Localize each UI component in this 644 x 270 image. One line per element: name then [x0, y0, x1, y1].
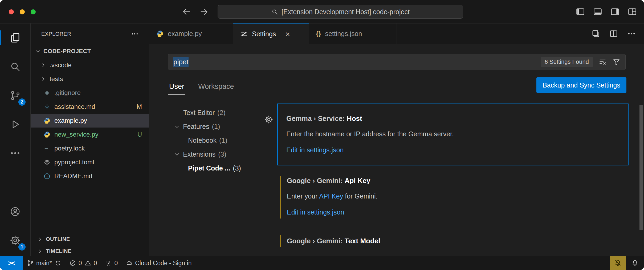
search-activity-icon[interactable]	[0, 52, 30, 81]
toc-item-notebook[interactable]: Notebook (1)	[149, 133, 277, 147]
explorer-more-actions-icon[interactable]	[131, 30, 139, 38]
edit-in-settings-json-link[interactable]: Edit in settings.json	[286, 146, 620, 154]
settings-search-input[interactable]: pipet 6 Settings Found	[168, 54, 626, 70]
scm-badge: 2	[18, 98, 26, 106]
tree-item-gitignore[interactable]: .gitignore	[31, 86, 149, 100]
history-navigation	[182, 0, 209, 23]
close-tab-icon[interactable]: ×	[285, 30, 290, 38]
timeline-label: TIMELINE	[46, 248, 72, 254]
scope-tab-workspace[interactable]: Workspace	[197, 82, 235, 95]
tree-item-poetry-lock[interactable]: poetry.lock	[31, 141, 149, 155]
search-icon	[10, 61, 21, 72]
problems-status-item[interactable]: 0 0	[65, 256, 101, 270]
edit-in-settings-json-link[interactable]: Edit in settings.json	[287, 208, 620, 216]
cloud-code-status-item[interactable]: Cloud Code - Sign in	[122, 256, 195, 270]
scope-tab-user[interactable]: User	[168, 82, 185, 95]
cloud-code-label: Cloud Code - Sign in	[135, 260, 191, 267]
tab-example-py[interactable]: example.py	[149, 23, 233, 44]
sync-icon	[54, 260, 61, 267]
ports-status-item[interactable]: 0	[101, 256, 122, 270]
zoom-window-button[interactable]	[31, 9, 36, 14]
window-title: [Extension Development Host] code-projec…	[282, 8, 410, 16]
file-label: poetry.lock	[54, 145, 85, 152]
close-window-button[interactable]	[9, 9, 14, 14]
setting-description: Enter your API Key for Gemini.	[287, 192, 620, 200]
remote-indicator[interactable]: ><	[0, 256, 23, 270]
person-icon	[10, 206, 21, 217]
setting-google-gemini-api-key[interactable]: Google › Gemini: Api Key Enter your API …	[277, 174, 629, 221]
python-file-icon	[43, 117, 51, 124]
notifications-item[interactable]	[626, 256, 644, 270]
tree-item-assistance-md[interactable]: assistance.md M	[31, 100, 149, 114]
do-not-disturb-item[interactable]	[610, 256, 626, 270]
modified-indicator	[280, 235, 281, 247]
tree-root-folder[interactable]: CODE-PROJECT	[31, 44, 149, 58]
chevron-right-icon	[40, 62, 46, 68]
tab-label: example.py	[168, 30, 202, 38]
text-caret	[189, 57, 189, 66]
manage-settings-icon[interactable]: 1	[0, 226, 30, 255]
toc-item-features[interactable]: Features (1)	[149, 120, 277, 133]
setting-title: Google › Gemini: Text Model	[287, 237, 620, 245]
toggle-panel-icon[interactable]	[593, 7, 602, 17]
tree-item-vscode[interactable]: .vscode	[31, 58, 149, 72]
toc-item-pipet-code[interactable]: Pipet Code ... (3)	[149, 161, 277, 175]
accounts-icon[interactable]	[0, 197, 30, 226]
split-editor-icon[interactable]	[609, 29, 618, 38]
clear-search-icon[interactable]	[598, 58, 607, 66]
branch-status-item[interactable]: main*	[23, 256, 65, 270]
file-label: example.py	[54, 117, 87, 124]
setting-name: Api Key	[345, 177, 370, 185]
tree-item-readme-md[interactable]: README.md	[31, 169, 149, 183]
bell-slash-icon	[614, 259, 622, 267]
back-icon[interactable]	[182, 7, 191, 16]
search-icon	[271, 8, 278, 15]
explorer-sidebar: EXPLORER CODE-PROJECT .vscode tests .git…	[31, 23, 149, 256]
source-control-activity-icon[interactable]: 2	[0, 81, 30, 110]
run-debug-activity-icon[interactable]	[0, 110, 30, 139]
timeline-section-header[interactable]: TIMELINE	[31, 246, 149, 256]
errors-count: 0	[79, 260, 82, 267]
tree-item-pyproject-toml[interactable]: pyproject.toml	[31, 155, 149, 169]
minimize-window-button[interactable]	[20, 9, 25, 14]
setting-gemma-service-host[interactable]: Gemma › Service: Host Enter the hostname…	[277, 104, 629, 165]
tree-item-tests[interactable]: tests	[31, 72, 149, 86]
workbench-main: 2 1 EXPLORER	[0, 23, 644, 256]
status-bar-right	[610, 256, 644, 270]
files-icon	[10, 32, 21, 43]
open-changes-icon[interactable]	[591, 29, 600, 38]
warnings-icon	[84, 260, 91, 267]
more-actions-icon[interactable]	[627, 29, 636, 38]
tab-settings-json[interactable]: {} settings.json	[309, 23, 397, 44]
chevron-right-icon	[37, 236, 43, 242]
git-branch-icon	[27, 260, 34, 267]
activity-bar: 2 1	[0, 23, 31, 256]
folder-label: .vscode	[50, 61, 72, 69]
toggle-primary-sidebar-icon[interactable]	[576, 7, 585, 17]
title-bar: [Extension Development Host] code-projec…	[0, 0, 644, 23]
scrollbar[interactable]	[639, 105, 643, 230]
explorer-activity-icon[interactable]	[0, 23, 30, 52]
errors-icon	[69, 260, 76, 267]
command-center[interactable]: [Extension Development Host] code-projec…	[218, 5, 463, 19]
additional-views-icon[interactable]	[0, 139, 30, 168]
ports-count: 0	[114, 260, 118, 267]
outline-section-header[interactable]: OUTLINE	[31, 232, 149, 246]
api-key-link[interactable]: API Key	[319, 192, 343, 200]
setting-google-gemini-text-model[interactable]: Google › Gemini: Text Model	[277, 233, 629, 250]
setting-actions-gear-icon[interactable]	[264, 115, 274, 124]
file-label: new_service.py	[54, 131, 98, 138]
setting-category: Google › Gemini:	[287, 177, 345, 185]
toc-item-text-editor[interactable]: Text Editor (2)	[149, 106, 277, 120]
vscode-window: [Extension Development Host] code-projec…	[0, 0, 644, 270]
toc-item-extensions[interactable]: Extensions (3)	[149, 147, 277, 161]
tab-settings[interactable]: Settings ×	[233, 23, 309, 44]
customize-layout-icon[interactable]	[627, 7, 637, 17]
backup-sync-settings-button[interactable]: Backup and Sync Settings	[536, 77, 626, 93]
forward-icon[interactable]	[199, 7, 209, 16]
filter-icon[interactable]	[612, 58, 621, 66]
tree-item-example-py[interactable]: example.py	[31, 114, 149, 128]
tree-item-new-service-py[interactable]: new_service.py U	[31, 128, 149, 141]
toc-count: (3)	[233, 164, 241, 172]
toggle-secondary-sidebar-icon[interactable]	[610, 7, 620, 17]
